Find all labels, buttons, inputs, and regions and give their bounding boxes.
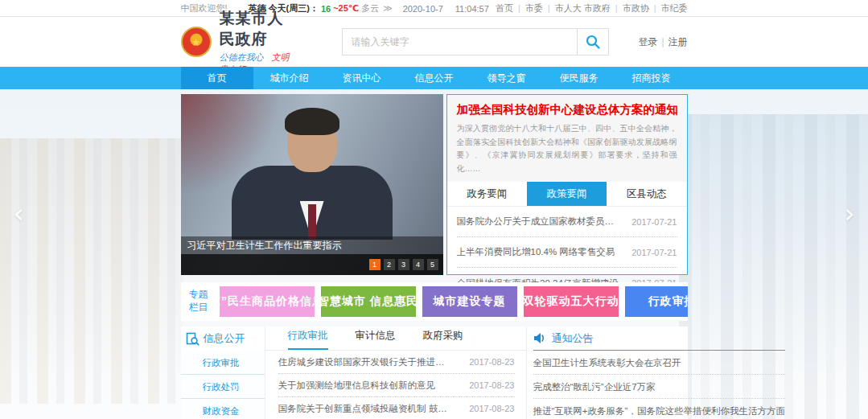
doc-search-icon bbox=[186, 332, 200, 346]
carousel-dot[interactable]: 2 bbox=[384, 259, 395, 270]
notice-list: 全国卫生计生系统表彰大会在京召开完成整治“散乱污”企业近7万家推进“互联网+政务… bbox=[533, 351, 785, 419]
carousel-dot[interactable]: 1 bbox=[369, 259, 381, 270]
info-menu-item[interactable]: 行政处罚 bbox=[181, 375, 265, 399]
special-banner[interactable]: 行政审批 bbox=[625, 286, 688, 317]
news-headline-block: 加强全国科技创新中心建设总体方案的通知 为深入贯彻党的十八大和十八届三中、四中、… bbox=[447, 95, 687, 182]
info-tab[interactable]: 政府采购 bbox=[423, 329, 463, 350]
info-item[interactable]: 国务院关于创新重点领域投融资机制 鼓励社2017-08-23 bbox=[278, 397, 515, 419]
news-headline-summary: 为深入贯彻党的十八大和十八届三中、四中、五中全会精神，全面落实全国科技创新大会精… bbox=[457, 122, 677, 175]
notice-panel: 通知公告 全国卫生计生系统表彰大会在京召开完成整治“散乱污”企业近7万家推进“互… bbox=[527, 327, 788, 419]
nav-item[interactable]: 便民服务 bbox=[543, 67, 615, 89]
news-tab[interactable]: 政策要闻 bbox=[527, 182, 607, 206]
topbar-link[interactable]: 市政协 bbox=[623, 3, 649, 13]
nav-item[interactable]: 信息公开 bbox=[398, 67, 471, 89]
weather-more-icon[interactable]: ≫ bbox=[383, 3, 393, 14]
nav-item[interactable]: 招商投资 bbox=[615, 67, 688, 89]
carousel-caption[interactable]: 习近平对卫生计生工作作出重要指示 bbox=[181, 236, 443, 254]
special-banner[interactable]: 双轮驱动五大行动 bbox=[524, 286, 619, 317]
topbar-link[interactable]: 市纪委 bbox=[661, 3, 688, 13]
nav-item[interactable]: 城市介绍 bbox=[253, 67, 326, 89]
main-nav: 首页城市介绍资讯中心信息公开领导之窗便民服务招商投资 bbox=[0, 67, 868, 89]
special-banner[interactable]: 城市建设专题 bbox=[422, 286, 517, 317]
slogan-blue: 公德在我心 bbox=[220, 52, 264, 63]
register-link[interactable]: 注册 bbox=[668, 36, 688, 47]
page: 中国欢迎您! 英德 今天(周三)： 16 ~25℃ 多云 ≫ 2020-10-7… bbox=[0, 0, 868, 419]
topbar-time: 11:04:57 bbox=[455, 4, 489, 14]
topbar-link[interactable]: 首页 bbox=[496, 3, 513, 13]
topbar-link[interactable]: 市人大 市政府 bbox=[555, 3, 611, 13]
carousel-next-icon[interactable]: › bbox=[837, 199, 862, 228]
news-tabs: 政务要闻政策要闻区县动态 bbox=[447, 182, 687, 207]
info-item[interactable]: 关于加强测绘地理信息科技创新的意见2017-08-23 bbox=[278, 374, 515, 397]
topbar-link-separator: | bbox=[548, 3, 550, 13]
search-icon bbox=[585, 34, 601, 50]
special-banners: 家”民生商品价格信息智慧城市 信息惠民城市建设专题双轮驱动五大行动行政审批 bbox=[220, 286, 688, 317]
info-section-title: 信息公开 bbox=[204, 331, 245, 346]
news-item-date: 2017-07-21 bbox=[631, 248, 677, 257]
login-link[interactable]: 登录 bbox=[638, 36, 657, 47]
site-title: 某某市人民政府 bbox=[220, 8, 293, 50]
info-list: 住房城乡建设部国家开发银行关于推进开发性2017-08-23关于加强测绘地理信息… bbox=[265, 351, 526, 419]
nav-item[interactable]: 领导之窗 bbox=[471, 67, 543, 89]
news-item-title: 上半年消费同比增10.4% 网络零售交易 bbox=[457, 246, 615, 258]
news-panel: 加强全国科技创新中心建设总体方案的通知 为深入贯彻党的十八大和十八届三中、四中、… bbox=[446, 94, 688, 275]
info-sidebar: 信息公开 行政审批行政处罚财政资金审计信息 bbox=[181, 327, 265, 419]
news-item[interactable]: 上半年消费同比增10.4% 网络零售交易2017-07-21 bbox=[457, 237, 677, 268]
notice-title: 通知公告 bbox=[552, 331, 594, 346]
nav-item[interactable]: 资讯中心 bbox=[326, 67, 398, 89]
info-menu-item[interactable]: 财政资金 bbox=[181, 399, 265, 419]
news-headline-link[interactable]: 加强全国科技创新中心建设总体方案的通知 bbox=[457, 102, 677, 117]
search-input[interactable] bbox=[342, 28, 577, 55]
special-banner[interactable]: 智慧城市 信息惠民 bbox=[321, 286, 416, 317]
topbar-link[interactable]: 市委 bbox=[525, 3, 543, 13]
carousel-slide-photo[interactable]: 习近平对卫生计生工作作出重要指示 12345 bbox=[181, 94, 443, 275]
auth-links: 登录|注册 bbox=[638, 35, 687, 49]
temp-low: 16 bbox=[321, 4, 331, 14]
special-topics-label: 专题 栏目 bbox=[184, 289, 213, 314]
topbar-link-separator: | bbox=[654, 3, 656, 13]
news-item-title: 国务院办公厅关于成立国家教材委员会的通知 bbox=[457, 216, 622, 228]
carousel-dot[interactable]: 5 bbox=[427, 259, 438, 270]
notice-header: 通知公告 bbox=[533, 327, 785, 351]
info-item-date: 2017-08-23 bbox=[469, 357, 514, 367]
carousel-dot[interactable]: 3 bbox=[398, 259, 409, 270]
topbar-link-separator: | bbox=[615, 3, 618, 13]
info-item[interactable]: 住房城乡建设部国家开发银行关于推进开发性2017-08-23 bbox=[278, 351, 515, 374]
info-item-title: 关于加强测绘地理信息科技创新的意见 bbox=[278, 380, 436, 392]
info-section-header: 信息公开 bbox=[181, 327, 265, 351]
brand-block: 某某市人民政府 公德在我心文明贵在行 bbox=[220, 8, 293, 76]
carousel-prev-icon[interactable]: ‹ bbox=[6, 199, 31, 228]
info-item-title: 国务院关于创新重点领域投融资机制 鼓励社 bbox=[278, 403, 451, 415]
weather-desc: 多云 bbox=[361, 2, 379, 14]
news-tab[interactable]: 政务要闻 bbox=[447, 182, 527, 206]
topbar: 中国欢迎您! 英德 今天(周三)： 16 ~25℃ 多云 ≫ 2020-10-7… bbox=[0, 0, 868, 17]
site-header: ★ 某某市人民政府 公德在我心文明贵在行 登录|注册 bbox=[0, 17, 868, 67]
news-tab[interactable]: 区县动态 bbox=[607, 182, 686, 206]
temp-high: ~25℃ bbox=[333, 3, 359, 14]
search-box bbox=[342, 28, 609, 55]
notice-item[interactable]: 全国卫生计生系统表彰大会在京召开 bbox=[533, 351, 785, 375]
skyline-left bbox=[0, 138, 183, 404]
search-button[interactable] bbox=[577, 28, 609, 55]
info-menu-item[interactable]: 行政审批 bbox=[181, 351, 265, 375]
notice-item[interactable]: 推进“互联网+政务服务”，国务院这些举措便利你我生活方方面 bbox=[533, 399, 785, 419]
news-item[interactable]: 国务院办公厅关于成立国家教材委员会的通知2017-07-21 bbox=[457, 207, 677, 237]
info-tab[interactable]: 审计信息 bbox=[356, 329, 396, 350]
info-item-date: 2017-08-23 bbox=[469, 380, 514, 390]
topbar-date: 2020-10-7 bbox=[403, 4, 443, 14]
hero-row: 习近平对卫生计生工作作出重要指示 12345 加强全国科技创新中心建设总体方案的… bbox=[181, 94, 688, 275]
speaker-icon bbox=[533, 332, 547, 344]
topbar-link-separator: | bbox=[518, 3, 520, 13]
info-tab[interactable]: 行政审批 bbox=[288, 329, 328, 350]
nav-item[interactable]: 首页 bbox=[181, 67, 253, 89]
info-main: 行政审批审计信息政府采购 住房城乡建设部国家开发银行关于推进开发性2017-08… bbox=[265, 327, 527, 419]
special-banner[interactable]: 家”民生商品价格信息 bbox=[220, 286, 315, 317]
bottom-row: 信息公开 行政审批行政处罚财政资金审计信息 行政审批审计信息政府采购 住房城乡建… bbox=[181, 327, 688, 419]
topbar-links: 首页|市委|市人大 市政府|市政协|市纪委 bbox=[496, 2, 688, 14]
national-emblem-logo: ★ bbox=[181, 27, 212, 57]
carousel-dot[interactable]: 4 bbox=[413, 259, 424, 270]
special-topics-row: 专题 栏目 家”民生商品价格信息智慧城市 信息惠民城市建设专题双轮驱动五大行动行… bbox=[181, 282, 688, 321]
info-item-date: 2017-08-23 bbox=[469, 404, 514, 413]
info-item-title: 住房城乡建设部国家开发银行关于推进开发性 bbox=[278, 356, 451, 368]
notice-item[interactable]: 完成整治“散乱污”企业近7万家 bbox=[533, 375, 785, 399]
